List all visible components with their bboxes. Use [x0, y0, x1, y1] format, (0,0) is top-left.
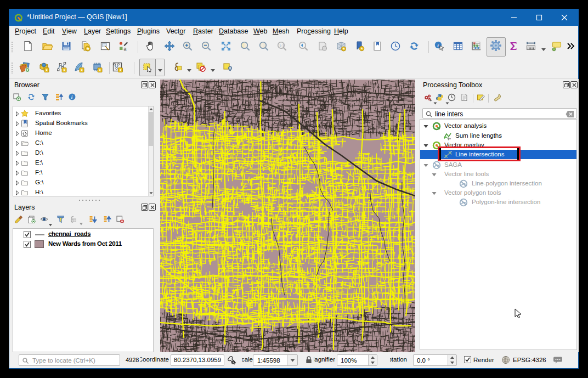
- svg-text:a: a: [124, 46, 127, 52]
- svg-text:1:1: 1:1: [279, 44, 284, 48]
